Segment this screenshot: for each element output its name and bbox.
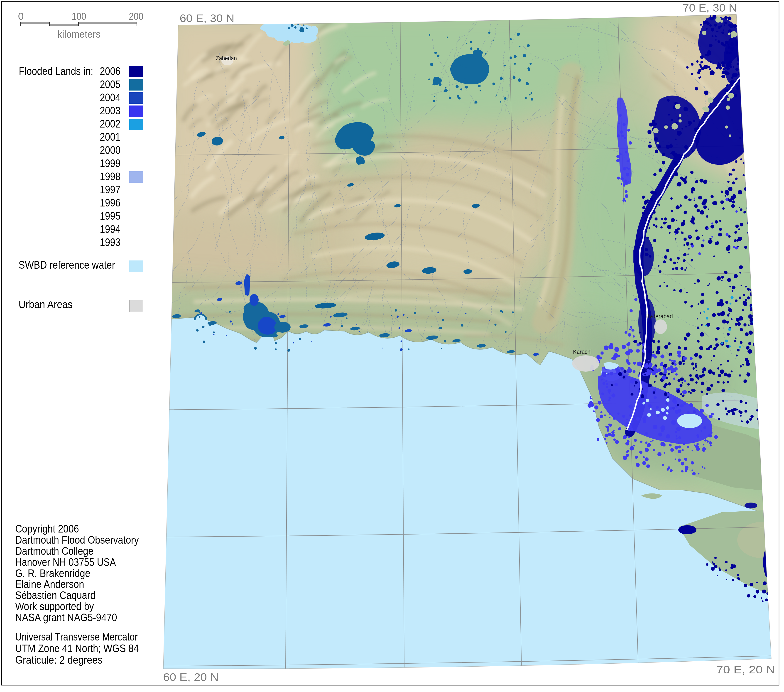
svg-text:Karachi: Karachi (573, 349, 591, 355)
svg-text:Urban Areas: Urban Areas (18, 298, 72, 310)
svg-text:Universal Transverse Mercator: Universal Transverse Mercator (15, 631, 138, 643)
svg-text:Hanover NH 03755 USA: Hanover NH 03755 USA (15, 556, 116, 568)
svg-text:G. R. Brakenridge: G. R. Brakenridge (15, 567, 90, 579)
svg-text:1999: 1999 (100, 157, 120, 169)
svg-text:2006: 2006 (100, 65, 120, 77)
svg-text:1998: 1998 (100, 170, 120, 183)
svg-text:100: 100 (72, 10, 86, 22)
svg-text:2001: 2001 (100, 131, 120, 143)
svg-text:Hyderabad: Hyderabad (646, 313, 673, 320)
svg-text:Graticule: 2 degrees: Graticule: 2 degrees (15, 654, 102, 666)
svg-text:1994: 1994 (100, 223, 120, 235)
svg-text:Elaine Anderson: Elaine Anderson (15, 578, 84, 590)
svg-text:Flooded Lands in:: Flooded Lands in: (19, 65, 93, 77)
svg-text:200: 200 (129, 10, 143, 22)
svg-text:1993: 1993 (100, 236, 120, 248)
svg-text:Copyright 2006: Copyright 2006 (15, 523, 79, 535)
svg-text:SWBD reference water: SWBD reference water (18, 259, 115, 271)
svg-text:1997: 1997 (100, 184, 120, 196)
svg-text:kilometers: kilometers (58, 28, 100, 40)
svg-text:Dartmouth Flood Observatory: Dartmouth Flood Observatory (15, 534, 139, 546)
svg-text:70 E, 20 N: 70 E, 20 N (716, 663, 775, 676)
svg-text:2004: 2004 (100, 91, 120, 104)
svg-text:0: 0 (18, 10, 24, 22)
svg-text:1996: 1996 (100, 197, 120, 209)
svg-text:Work supported by: Work supported by (15, 600, 94, 612)
svg-text:2000: 2000 (100, 144, 120, 156)
svg-text:70 E, 30 N: 70 E, 30 N (683, 2, 737, 14)
svg-text:Dartmouth College: Dartmouth College (15, 545, 94, 557)
svg-text:60 E, 30 N: 60 E, 30 N (180, 12, 234, 24)
svg-text:1995: 1995 (100, 210, 120, 222)
svg-text:60 E, 20 N: 60 E, 20 N (163, 671, 219, 683)
svg-text:UTM Zone 41 North; WGS 84: UTM Zone 41 North; WGS 84 (15, 642, 139, 654)
svg-text:2002: 2002 (100, 118, 120, 130)
svg-text:2005: 2005 (100, 78, 120, 90)
svg-text:2003: 2003 (100, 105, 120, 117)
svg-text:Zahedan: Zahedan (216, 55, 237, 62)
svg-text:NASA grant NAG5-9470: NASA grant NAG5-9470 (15, 611, 117, 623)
svg-text:Sébastien Caquard: Sébastien Caquard (15, 589, 96, 601)
